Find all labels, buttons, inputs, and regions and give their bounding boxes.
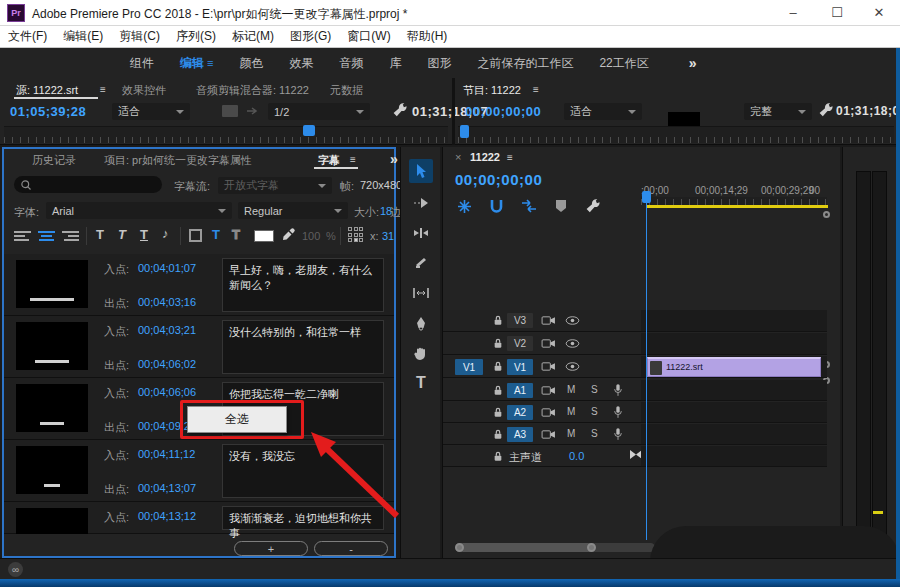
mute-button[interactable]: M (567, 406, 575, 417)
sync-lock-icon[interactable] (541, 407, 556, 418)
in-timecode[interactable]: 00;04;03;21 (138, 324, 196, 336)
eye-icon[interactable] (565, 339, 580, 348)
tab-project[interactable]: 项目: pr如何统一更改字幕属性 (104, 153, 252, 168)
mute-button[interactable]: M (567, 384, 575, 395)
source-playhead-grip[interactable] (303, 125, 315, 136)
tab-captions[interactable]: 字幕 (318, 153, 340, 168)
workspace-tab-saved[interactable]: 之前保存的工作区 (477, 55, 573, 72)
menu-sequence[interactable]: 序列(S) (176, 28, 216, 45)
mic-icon[interactable] (613, 383, 623, 397)
linked-selection-icon[interactable] (521, 199, 537, 213)
workspace-tab-editing[interactable]: 编辑≡ (180, 55, 213, 72)
underline-button[interactable]: T (140, 227, 148, 242)
track-header-a3[interactable]: A3 M S (443, 424, 641, 445)
track-header-v1[interactable]: V1 V1 (443, 356, 641, 378)
timeline-hscroll-handle-left[interactable] (455, 543, 464, 552)
solo-button[interactable]: S (591, 406, 598, 417)
program-quality-dropdown[interactable]: 完整 (744, 103, 812, 120)
marker-icon[interactable] (555, 199, 567, 213)
program-fit-dropdown[interactable]: 适合 (564, 103, 642, 120)
workspace-tab-audio[interactable]: 音频 (339, 55, 363, 72)
track-badge-a1[interactable]: A1 (507, 383, 533, 398)
italic-button[interactable]: T (118, 227, 126, 242)
eye-icon[interactable] (565, 362, 580, 371)
position-anchor-grid-icon[interactable] (348, 227, 365, 244)
monitor-divider[interactable] (452, 78, 455, 145)
sync-lock-icon[interactable] (541, 361, 556, 372)
font-family-dropdown[interactable]: Arial (46, 202, 232, 219)
mic-icon[interactable] (613, 405, 623, 419)
menu-clip[interactable]: 剪辑(C) (119, 28, 160, 45)
solo-button[interactable]: S (591, 428, 598, 439)
minimize-button[interactable]: – (778, 3, 808, 23)
timeline-vscroll-handle[interactable] (823, 211, 830, 218)
track-badge-v3[interactable]: V3 (507, 313, 533, 328)
tab-audio-mixer[interactable]: 音频剪辑混合器: 11222 (196, 83, 309, 98)
workspace-overflow-icon[interactable]: » (689, 55, 697, 71)
razor-tool[interactable] (409, 251, 433, 275)
bold-button[interactable]: T (96, 227, 104, 242)
caption-row[interactable]: 入点: 00;04;13;12 我渐渐衰老，迫切地想和你共事 (4, 502, 394, 534)
track-lane-master[interactable] (641, 446, 827, 467)
workspace-tab-graphics[interactable]: 图形 (427, 55, 451, 72)
text-fill-button[interactable]: T (212, 227, 220, 242)
timeline-playhead-grip[interactable] (642, 191, 651, 203)
timeline-playhead[interactable] (646, 197, 647, 540)
lock-icon[interactable] (493, 406, 503, 419)
out-timecode[interactable]: 00;04;06;02 (138, 358, 196, 370)
track-header-v2[interactable]: V2 (443, 333, 641, 355)
workspace-tab-assembly[interactable]: 组件 (130, 55, 154, 72)
source-panel-menu-icon[interactable]: ≡ (100, 84, 106, 95)
caption-row[interactable]: 入点: 00;04;03;21 出点: 00;04;06;02 没什么特别的，和… (4, 316, 394, 378)
sync-lock-icon[interactable] (541, 385, 556, 396)
selection-tool[interactable] (409, 159, 433, 183)
program-time-ruler[interactable] (458, 126, 894, 143)
caption-row[interactable]: 入点: 00;04;11;12 出点: 00;04;13;07 没有，我没忘 (4, 440, 394, 502)
timeline-close-icon[interactable]: × (455, 151, 461, 163)
settings-icon[interactable] (222, 105, 238, 117)
menu-window[interactable]: 窗口(W) (347, 28, 390, 45)
workspace-tab-effects[interactable]: 效果 (289, 55, 313, 72)
font-style-dropdown[interactable]: Regular (238, 202, 348, 219)
workspace-tab-color[interactable]: 颜色 (239, 55, 263, 72)
work-area-bar[interactable] (646, 205, 828, 208)
track-lane-a1[interactable] (641, 380, 827, 401)
track-badge-a3[interactable]: A3 (507, 427, 533, 442)
workspace-tab-22[interactable]: 22工作区 (599, 55, 648, 72)
wrench-icon[interactable] (818, 102, 834, 118)
timeline-wrench-icon[interactable] (585, 198, 601, 214)
music-note-icon[interactable]: ♪ (162, 226, 169, 241)
out-timecode[interactable]: 00;04;13;07 (138, 482, 196, 494)
tab-history[interactable]: 历史记录 (32, 153, 76, 168)
track-header-a1[interactable]: A1 M S (443, 380, 641, 401)
tab-timeline-sequence[interactable]: 11222 (470, 151, 500, 163)
menu-help[interactable]: 帮助(H) (407, 28, 448, 45)
background-fill-icon[interactable] (189, 229, 202, 242)
track-lane-a3[interactable] (641, 424, 827, 445)
eyedropper-icon[interactable] (282, 227, 296, 241)
menu-marker[interactable]: 标记(M) (232, 28, 274, 45)
master-gain-value[interactable]: 0.0 (569, 450, 584, 462)
caption-text-field[interactable]: 早上好，嗨，老朋友，有什么新闻么？ (222, 258, 384, 312)
tab-effect-controls[interactable]: 效果控件 (122, 83, 166, 98)
track-header-a2[interactable]: A2 M S (443, 402, 641, 423)
mute-button[interactable]: M (567, 428, 575, 439)
opacity-value[interactable]: 100 (302, 230, 320, 242)
caption-row[interactable]: 入点: 00;04;01;07 出点: 00;04;03;16 早上好，嗨，老朋… (4, 254, 394, 316)
workspace-menu-icon[interactable]: ≡ (207, 57, 213, 69)
lock-icon[interactable] (493, 428, 503, 441)
align-center-icon[interactable] (38, 229, 55, 243)
track-header-v3[interactable]: V3 (443, 310, 641, 332)
solo-button[interactable]: S (591, 384, 598, 395)
source-patch-v1[interactable]: V1 (455, 359, 483, 375)
timeline-hscroll-handle-right[interactable] (587, 543, 596, 552)
source-fit-dropdown[interactable]: 适合 (112, 103, 190, 120)
lock-icon[interactable] (493, 384, 503, 397)
sync-lock-icon[interactable] (541, 338, 556, 349)
color-swatch[interactable] (254, 230, 274, 242)
timeline-ruler[interactable] (641, 197, 827, 205)
track-select-forward-tool[interactable] (409, 191, 433, 215)
remove-caption-button[interactable]: - (314, 541, 388, 556)
lock-icon[interactable] (493, 337, 503, 350)
menu-graphics[interactable]: 图形(G) (290, 28, 331, 45)
